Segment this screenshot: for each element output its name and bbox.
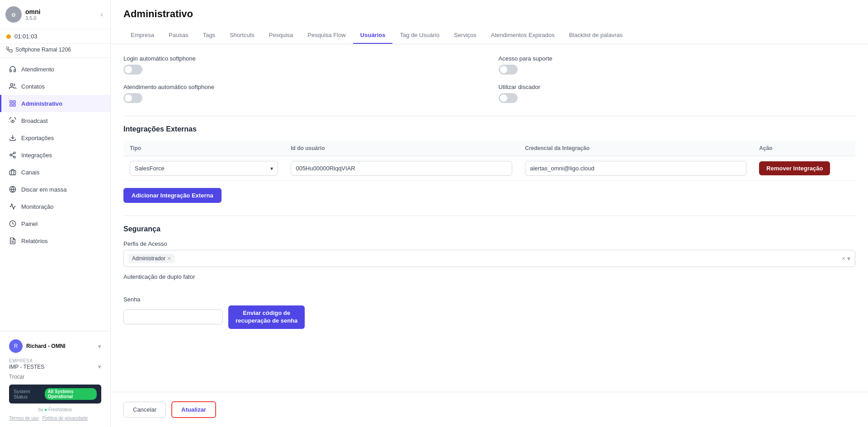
sidebar-item-broadcast[interactable]: Broadcast	[0, 112, 110, 129]
terms-of-use-link[interactable]: Termos de uso	[9, 416, 39, 421]
tab-servicos[interactable]: Serviços	[447, 27, 484, 44]
sidebar-item-exportacoes[interactable]: Exportações	[0, 129, 110, 146]
table-row: SalesForce Remover Integração	[123, 156, 855, 181]
tab-pausas[interactable]: Pausas	[161, 27, 195, 44]
sidebar-header: o omni 3.5.0 ‹	[0, 0, 110, 29]
clear-icon[interactable]: ×	[842, 255, 845, 262]
user-name: omni	[25, 8, 40, 15]
tab-tag-usuario[interactable]: Tag de Usuário	[392, 27, 446, 44]
credencial-input[interactable]	[525, 161, 746, 176]
status-time: 01:01:03	[14, 33, 38, 40]
sidebar-user: o omni 3.5.0	[5, 6, 40, 23]
dashboard-icon	[9, 220, 17, 228]
integrations-title: Integrações Externas	[123, 125, 855, 133]
nav-label: Atendimento	[21, 66, 54, 73]
system-status-label: System Status	[14, 389, 42, 399]
tipo-select[interactable]: SalesForce	[130, 161, 278, 176]
empresa-section: EMPRESA IMP - TESTES ▾	[5, 357, 105, 372]
col-header-tipo: Tipo	[123, 141, 284, 156]
senha-label: Senha	[123, 296, 855, 303]
tab-shortcuts[interactable]: Shortcuts	[222, 27, 262, 44]
toggle-acesso-slider	[499, 65, 518, 75]
send-recovery-button[interactable]: Enviar código de recuperação de senha	[228, 305, 305, 329]
id-usuario-input[interactable]	[291, 161, 512, 176]
phone-icon	[6, 47, 13, 53]
toggle-login-slider	[123, 65, 142, 75]
perfis-label: Perfis de Acesso	[123, 240, 855, 247]
profile-name: Richard - OMNI	[26, 343, 94, 349]
tab-atendimentos-expirados[interactable]: Atendimentos Expirados	[484, 27, 562, 44]
update-button[interactable]: Atualizar	[171, 401, 216, 418]
svg-point-8	[10, 154, 12, 156]
toggle-atendimento-switch[interactable]	[123, 93, 142, 103]
auth-label: Autenticação de duplo fator	[123, 273, 855, 280]
send-button-line1: Enviar código de	[243, 310, 290, 316]
freshstatus-row: by ● Freshstatus	[5, 406, 105, 414]
toggle-discador: Utilizar discador	[499, 84, 856, 103]
toggle-login-label: Login automático softphone	[123, 55, 481, 62]
user-profile-section[interactable]: R Richard - OMNI ▾	[5, 336, 105, 357]
toggle-acesso-switch[interactable]	[499, 65, 518, 75]
sidebar-item-painel[interactable]: Painel	[0, 215, 110, 232]
tab-empresa[interactable]: Empresa	[123, 27, 161, 44]
sidebar-item-administrativo[interactable]: Administrativo	[0, 95, 110, 112]
nav-label: Administrativo	[21, 100, 62, 107]
svg-line-11	[12, 153, 14, 155]
admin-icon	[9, 99, 17, 108]
status-bar: 01:01:03	[0, 29, 110, 44]
sidebar-item-atendimento[interactable]: Atendimento	[0, 61, 110, 78]
toggle-acesso-label: Acesso para suporte	[499, 55, 856, 62]
system-status-badge: All Systems Operational	[45, 388, 97, 400]
nav-label: Canais	[21, 169, 39, 176]
tab-pesquisa[interactable]: Pesquisa	[262, 27, 300, 44]
sidebar-item-relatorios[interactable]: Relatórios	[0, 232, 110, 249]
chevron-down-icon[interactable]: ▾	[847, 255, 850, 262]
chevron-down-icon: ▾	[98, 363, 101, 370]
sidebar-item-integracoes[interactable]: Integrações	[0, 146, 110, 164]
empresa-name: IMP - TESTES	[9, 364, 44, 370]
trocar-button[interactable]: Trocar	[5, 372, 28, 382]
tab-tags[interactable]: Tags	[195, 27, 222, 44]
svg-rect-3	[10, 104, 12, 106]
tag-select-controls: × ▾	[842, 255, 850, 262]
svg-point-5	[12, 120, 14, 122]
senha-input[interactable]	[123, 310, 223, 324]
svg-line-10	[12, 155, 14, 157]
content-area: Login automático softphone Acesso para s…	[111, 44, 868, 392]
profile-avatar: R	[9, 339, 23, 353]
toggle-discador-switch[interactable]	[499, 93, 518, 103]
remove-integration-button[interactable]: Remover Integração	[759, 161, 830, 175]
sidebar-collapse-button[interactable]: ‹	[99, 9, 105, 20]
system-status-bar: System Status All Systems Operational	[9, 385, 101, 404]
user-info: omni 3.5.0	[25, 8, 40, 21]
sidebar-item-contatos[interactable]: Contatos	[0, 78, 110, 95]
password-row: Enviar código de recuperação de senha	[123, 305, 855, 329]
toggle-atendimento-slider	[123, 93, 142, 103]
perfil-tag-close[interactable]: ×	[167, 255, 171, 262]
headset-icon	[9, 65, 17, 73]
nav-label: Integrações	[21, 152, 52, 159]
svg-point-0	[10, 84, 13, 86]
add-integration-button[interactable]: Adicionar Integração Externa	[123, 188, 222, 203]
freshstatus-by: by	[38, 407, 44, 412]
toggle-atendimento-softphone: Atendimento automático softphone	[123, 84, 481, 103]
toggle-login-switch[interactable]	[123, 65, 142, 75]
perfis-select[interactable]: Administrador × × ▾	[123, 250, 855, 267]
integrations-icon	[9, 151, 17, 159]
privacy-policy-link[interactable]: Política de privacidade	[42, 416, 88, 421]
tab-blacklist[interactable]: Blacklist de palavras	[562, 27, 630, 44]
cancel-button[interactable]: Cancelar	[123, 402, 166, 418]
cell-id	[284, 156, 519, 181]
divider-2	[123, 216, 855, 216]
divider-1	[123, 116, 855, 116]
sidebar-item-canais[interactable]: Canais	[0, 164, 110, 181]
sidebar-item-monitoracao[interactable]: Monitoração	[0, 198, 110, 215]
sidebar-item-discar[interactable]: Discar em massa	[0, 181, 110, 198]
tab-pesquisa-flow[interactable]: Pesquisa Flow	[300, 27, 353, 44]
freshstatus-label: Freshstatus	[48, 407, 72, 412]
toggle-login-softphone: Login automático softphone	[123, 55, 481, 75]
svg-rect-2	[13, 101, 15, 103]
tab-usuarios[interactable]: Usuários	[353, 27, 393, 44]
sidebar-footer: R Richard - OMNI ▾ EMPRESA IMP - TESTES …	[0, 331, 110, 427]
contacts-icon	[9, 82, 17, 90]
